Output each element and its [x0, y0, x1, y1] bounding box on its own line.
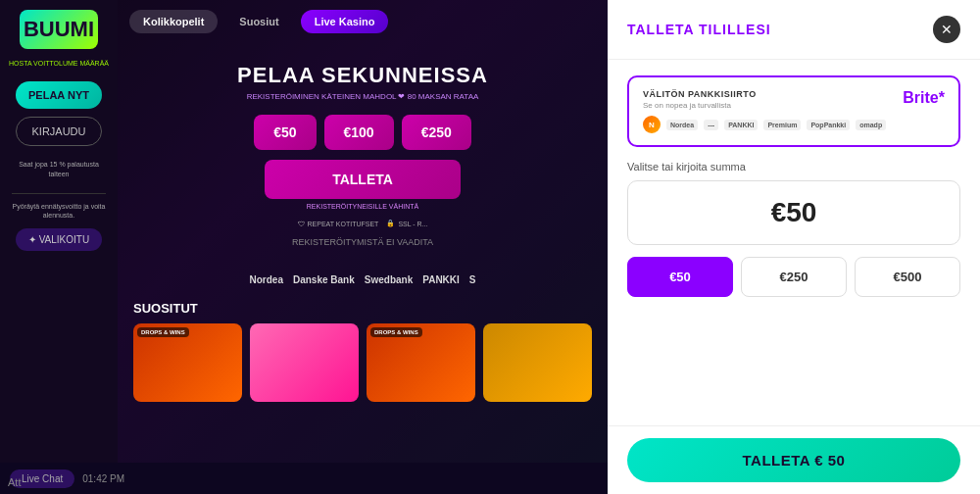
modal-close-button[interactable]: ✕	[933, 16, 960, 43]
modal-title: TALLETA TILILLESI	[627, 22, 771, 37]
bank-icon-circle: N	[643, 116, 661, 133]
preset-250[interactable]: €250	[741, 257, 847, 297]
bank-icon-pankki: PANKKI	[724, 120, 758, 130]
bank-icon-premium: Premium	[763, 120, 801, 130]
modal-overlay: TALLETA TILILLESI ✕ VÄLITÖN PANKKISIIRTO…	[0, 0, 980, 494]
talleta-final-button[interactable]: TALLETA € 50	[627, 438, 960, 482]
bank-icon-omadp: omadp	[856, 120, 886, 130]
payment-method-card[interactable]: VÄLITÖN PANKKISIIRTO Se on nopea ja turv…	[627, 75, 960, 147]
amount-label: Valitse tai kirjoita summa	[627, 161, 960, 173]
modal-body: VÄLITÖN PANKKISIIRTO Se on nopea ja turv…	[608, 60, 980, 425]
modal-panel: TALLETA TILILLESI ✕ VÄLITÖN PANKKISIIRTO…	[608, 0, 980, 494]
brite-text: Brite*	[903, 89, 945, 107]
brite-logo: Brite*	[903, 89, 945, 107]
amount-display-value: €50	[771, 197, 817, 227]
att-text: Att	[0, 470, 28, 494]
modal-footer: TALLETA € 50	[608, 425, 980, 494]
bank-icon-dash: ---	[704, 120, 718, 130]
payment-method-info: VÄLITÖN PANKKISIIRTO Se on nopea ja turv…	[643, 89, 757, 110]
payment-label: VÄLITÖN PANKKISIIRTO	[643, 89, 757, 99]
preset-50[interactable]: €50	[627, 257, 733, 297]
bank-icons-row: N Nordea --- PANKKI Premium PopPankki om…	[643, 116, 945, 133]
preset-500[interactable]: €500	[855, 257, 960, 297]
bank-icon-poppankki: PopPankki	[807, 120, 850, 130]
modal-header: TALLETA TILILLESI ✕	[608, 0, 980, 60]
amount-display-box[interactable]: €50	[627, 180, 960, 245]
amount-presets: €50 €250 €500	[627, 257, 960, 297]
payment-sub: Se on nopea ja turvallista	[643, 101, 757, 110]
bank-icon-nordea: Nordea	[666, 120, 698, 130]
payment-card-top: VÄLITÖN PANKKISIIRTO Se on nopea ja turv…	[643, 89, 945, 110]
